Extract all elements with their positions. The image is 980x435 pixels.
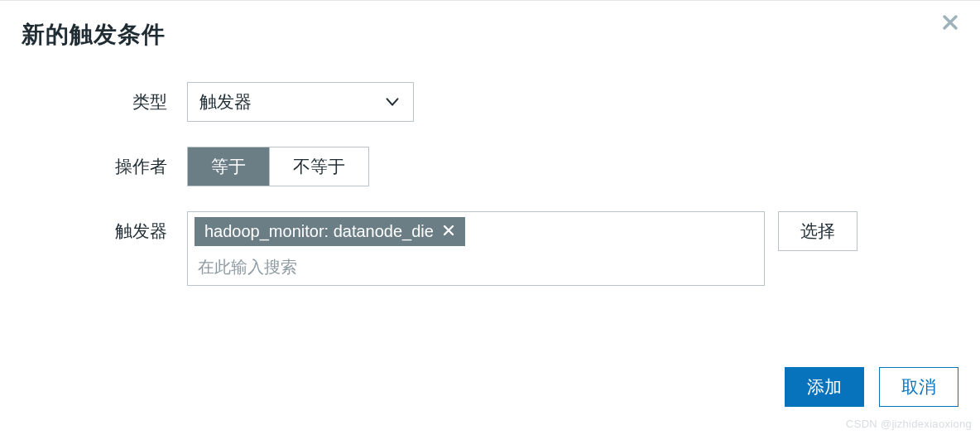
trigger-tag-text: hadoop_monitor: datanode_die (204, 222, 434, 241)
chevron-down-icon (383, 93, 401, 111)
label-operator: 操作者 (22, 147, 187, 178)
type-select[interactable]: 触发器 (187, 82, 414, 122)
row-operator: 操作者 等于 不等于 (22, 147, 958, 186)
new-trigger-condition-dialog: 新的触发条件 类型 触发器 操作者 等于 不等于 触发器 hadoop_mo (0, 0, 980, 435)
watermark-text: CSDN @jizhidexiaoxiong (846, 418, 972, 430)
trigger-tag: hadoop_monitor: datanode_die (195, 217, 465, 246)
label-trigger: 触发器 (22, 211, 187, 243)
select-trigger-button[interactable]: 选择 (778, 211, 858, 251)
close-button[interactable] (940, 12, 960, 32)
close-icon (442, 222, 455, 241)
row-trigger: 触发器 hadoop_monitor: datanode_die 选择 (22, 211, 958, 286)
dialog-footer: 添加 取消 (785, 367, 958, 407)
operator-option-not-equals[interactable]: 不等于 (269, 147, 368, 186)
add-button[interactable]: 添加 (785, 367, 864, 407)
trigger-tag-input[interactable]: hadoop_monitor: datanode_die (187, 211, 765, 286)
operator-toggle: 等于 不等于 (187, 147, 369, 186)
dialog-title: 新的触发条件 (22, 19, 958, 51)
cancel-button[interactable]: 取消 (879, 367, 958, 407)
label-type: 类型 (22, 82, 187, 114)
operator-option-equals[interactable]: 等于 (188, 147, 269, 186)
tag-remove-button[interactable] (442, 222, 455, 241)
trigger-search-input[interactable] (195, 251, 757, 280)
type-select-value: 触发器 (199, 90, 252, 114)
row-type: 类型 触发器 (22, 82, 958, 122)
close-icon (940, 21, 960, 35)
